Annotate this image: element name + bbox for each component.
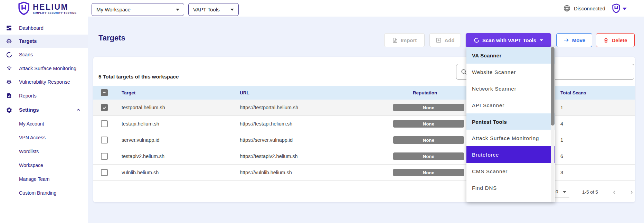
sidebar-item-manage-team[interactable]: Manage Team xyxy=(0,173,88,186)
report-file-icon xyxy=(6,92,12,99)
sidebar-item-attack-surface-monitoring[interactable]: Attack Surface Monitoring xyxy=(0,62,88,75)
previous-page-button[interactable] xyxy=(610,188,618,196)
dropdown-item-bruteforce[interactable]: Bruteforce xyxy=(466,146,555,163)
sidebar-item-vulnerability-response[interactable]: Vulnerability Response xyxy=(0,75,88,89)
row-checkbox[interactable] xyxy=(101,120,108,127)
row-checkbox[interactable] xyxy=(101,137,108,143)
dropdown-section-label: Pentest Tools xyxy=(472,119,507,125)
dropdown-section-pentest-tools: Pentest Tools xyxy=(466,113,555,130)
brand-name: HELIUM xyxy=(33,3,77,11)
move-button[interactable]: Move xyxy=(556,33,592,47)
scan-circle-icon xyxy=(6,51,12,58)
dropdown-item-cms-scanner[interactable]: CMS Scanner xyxy=(466,163,555,179)
page-title: Targets xyxy=(98,34,125,43)
scan-with-vapt-tools-button[interactable]: Scan with VAPT Tools xyxy=(466,33,551,47)
cell-url: https://vulnlib.helium.sh xyxy=(240,165,292,181)
sidebar-item-reports[interactable]: Reports xyxy=(0,89,88,102)
dropdown-scrollbar-thumb[interactable] xyxy=(551,47,555,126)
sidebar-item-scans[interactable]: Scans xyxy=(0,48,88,61)
sidebar-item-dashboard[interactable]: Dashboard xyxy=(0,21,88,35)
topbar: HELIUM SIMPLIFY SECURITY TESTING My Work… xyxy=(0,0,644,17)
next-page-button[interactable] xyxy=(627,188,636,196)
dropdown-item-label: API Scanner xyxy=(472,102,504,108)
user-menu-caret[interactable] xyxy=(623,8,627,10)
cell-url: https://testapi.helium.sh xyxy=(240,116,292,132)
reputation-badge: None xyxy=(393,136,464,144)
select-all-checkbox[interactable] xyxy=(101,89,108,96)
reputation-badge: None xyxy=(393,169,464,176)
connection-status-label: Disconnected xyxy=(574,6,605,11)
sidebar: Dashboard Targets Scans xyxy=(0,17,88,223)
dropdown-item-label: Bruteforce xyxy=(472,152,499,158)
sidebar-subitem-label: My Account xyxy=(19,121,44,127)
dropdown-item-network-scanner[interactable]: Network Scanner xyxy=(466,80,555,97)
reputation-badge: None xyxy=(393,152,464,160)
sidebar-subitem-label: Workspace xyxy=(19,162,43,168)
row-checkbox-checked[interactable] xyxy=(101,104,108,111)
vapt-tools-select[interactable]: VAPT Tools xyxy=(188,3,239,16)
scan-loader-icon xyxy=(474,37,480,43)
cell-target: testapi.helium.sh xyxy=(122,116,159,132)
gear-icon xyxy=(6,106,12,113)
trash-icon xyxy=(603,37,609,43)
sidebar-item-my-account[interactable]: My Account xyxy=(0,117,88,130)
app-root: HELIUM SIMPLIFY SECURITY TESTING My Work… xyxy=(0,0,644,223)
sidebar-item-targets[interactable]: Targets xyxy=(0,35,88,48)
user-shield-icon[interactable] xyxy=(612,3,621,13)
row-checkbox[interactable] xyxy=(101,153,108,160)
chevron-down-icon xyxy=(230,9,234,11)
target-icon xyxy=(6,38,12,45)
dropdown-item-find-dns[interactable]: Find DNS xyxy=(466,179,555,196)
workspace-select[interactable]: My Workspace xyxy=(92,3,184,16)
brand-logo: HELIUM SIMPLIFY SECURITY TESTING xyxy=(17,1,77,16)
cell-url: https://testportal.helium.sh xyxy=(240,100,298,116)
scan-tools-dropdown: VA Scanner Website Scanner Network Scann… xyxy=(466,47,555,202)
cell-target: testapiv2.helium.sh xyxy=(122,148,164,165)
add-button-label: Add xyxy=(444,37,454,43)
import-icon xyxy=(392,37,398,43)
dropdown-item-api-scanner[interactable]: API Scanner xyxy=(466,97,555,113)
import-button[interactable]: Import xyxy=(384,33,425,47)
row-checkbox[interactable] xyxy=(101,169,108,176)
cell-total-scans: 4 xyxy=(560,116,563,132)
sidebar-item-label: Dashboard xyxy=(19,25,44,31)
pagination-range: 1-5 of 5 xyxy=(582,189,598,195)
sidebar-item-custom-branding[interactable]: Custom Branding xyxy=(0,186,88,199)
rows-per-page-value[interactable]: 0 xyxy=(556,189,558,194)
sidebar-item-settings[interactable]: Settings xyxy=(0,103,88,117)
brand-tagline: SIMPLIFY SECURITY TESTING xyxy=(33,11,77,15)
dropdown-item-label: Attack Surface Monitoring xyxy=(472,135,539,141)
sidebar-item-label: Scans xyxy=(19,52,33,57)
column-header-url: URL xyxy=(240,86,249,100)
column-header-reputation: Reputation xyxy=(373,86,477,100)
cell-target: vulnlib.helium.sh xyxy=(122,165,159,181)
sidebar-item-label: Vulnerability Response xyxy=(19,79,70,85)
delete-button[interactable]: Delete xyxy=(596,33,635,47)
sidebar-subitem-label: Wordlists xyxy=(19,149,39,154)
cell-total-scans: 6 xyxy=(560,148,563,165)
dropdown-item-label: Network Scanner xyxy=(472,86,517,92)
delete-button-label: Delete xyxy=(612,37,627,43)
sidebar-subitem-label: VPN Access xyxy=(19,135,46,140)
sidebar-item-workspace[interactable]: Workspace xyxy=(0,159,88,172)
plus-square-icon xyxy=(436,37,442,43)
sidebar-subitem-label: Custom Branding xyxy=(19,190,56,196)
dropdown-section-label: VA Scanner xyxy=(472,53,502,58)
cell-total-scans: 1 xyxy=(560,100,563,116)
sidebar-item-label: Targets xyxy=(19,38,37,44)
dropdown-section-va-scanner: VA Scanner xyxy=(466,47,555,64)
dropdown-item-website-scanner[interactable]: Website Scanner xyxy=(466,64,555,80)
workspace-select-value: My Workspace xyxy=(96,7,131,12)
column-header-total-scans: Total Scans xyxy=(560,86,586,100)
wifi-tethering-icon xyxy=(6,65,12,72)
sidebar-item-vpn-access[interactable]: VPN Access xyxy=(0,131,88,144)
add-button[interactable]: Add xyxy=(429,33,461,47)
sidebar-item-wordlists[interactable]: Wordlists xyxy=(0,145,88,158)
cell-url: https://server.vulnapp.id xyxy=(240,132,293,148)
rows-per-page-caret-icon[interactable] xyxy=(563,191,566,193)
cell-total-scans: 1 xyxy=(560,132,563,148)
vapt-tools-select-value: VAPT Tools xyxy=(193,7,220,12)
dropdown-item-attack-surface-monitoring[interactable]: Attack Surface Monitoring xyxy=(466,130,555,146)
scan-button-label: Scan with VAPT Tools xyxy=(482,37,536,43)
sidebar-item-label: Settings xyxy=(19,107,39,113)
